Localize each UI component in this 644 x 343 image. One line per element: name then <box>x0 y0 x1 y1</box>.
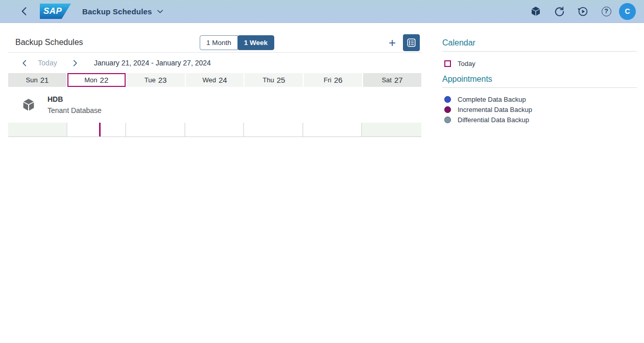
day-number: 22 <box>100 76 109 84</box>
database-product-icon <box>22 98 35 111</box>
legend-item-incremental-backup: Incremental Data Backup <box>442 104 637 115</box>
legend-label: Incremental Data Backup <box>458 106 532 113</box>
calendar-legend-heading: Calendar <box>442 38 637 52</box>
calendar-toolbar: Backup Schedules 1 Month 1 Week + <box>8 23 421 53</box>
appointments-legend-list: Complete Data Backup Incremental Data Ba… <box>442 94 637 125</box>
day-number: 25 <box>277 76 285 84</box>
day-cell-wed[interactable] <box>185 123 245 136</box>
resource-subtitle: Tenant Database <box>47 106 102 115</box>
app-title: Backup Schedules <box>82 7 152 16</box>
legend-item-complete-backup: Complete Data Backup <box>442 94 637 104</box>
day-name: Mon <box>84 76 97 84</box>
appointments-legend-heading: Appointments <box>442 75 637 88</box>
help-glyph: ? <box>604 8 608 15</box>
next-week-button[interactable] <box>67 56 82 70</box>
legend-dot-complete <box>444 96 451 103</box>
legend-item-today[interactable]: Today <box>442 57 637 70</box>
sap-logo-text: SAP <box>40 6 62 16</box>
week-day-header: Sun 21 Mon 22 Tue 23 Wed 24 Thu 25 Fri 2… <box>8 73 421 87</box>
day-cell-fri[interactable] <box>303 123 363 136</box>
user-avatar[interactable]: C <box>619 3 636 20</box>
day-header-tue[interactable]: Tue 23 <box>127 73 185 87</box>
legend-dot-differential <box>444 117 451 123</box>
page-title: Backup Schedules <box>15 38 83 47</box>
chevron-left-icon <box>19 6 30 16</box>
day-header-sun[interactable]: Sun 21 <box>8 73 66 87</box>
replay-icon <box>578 6 588 17</box>
legend-label: Differential Data Backup <box>458 116 529 124</box>
help-icon: ? <box>602 7 611 16</box>
today-legend-label: Today <box>458 60 475 67</box>
legend-label: Complete Data Backup <box>458 96 526 103</box>
help-button[interactable]: ? <box>601 6 612 17</box>
day-number: 26 <box>334 76 343 84</box>
day-number: 24 <box>219 76 227 84</box>
chevron-right-icon <box>71 59 79 67</box>
day-number: 23 <box>158 76 167 84</box>
day-cell-mon[interactable] <box>67 123 127 136</box>
legend-item-differential-backup: Differential Data Backup <box>442 115 637 125</box>
app-title-menu[interactable]: Backup Schedules <box>82 7 163 16</box>
calendar-navigation: Today January 21, 2024 - January 27, 202… <box>8 53 421 73</box>
day-header-thu[interactable]: Thu 25 <box>245 73 303 87</box>
day-header-mon[interactable]: Mon 22 <box>67 73 126 87</box>
current-time-indicator <box>99 123 101 136</box>
replay-button[interactable] <box>577 6 588 17</box>
day-header-sat[interactable]: Sat 27 <box>363 73 421 87</box>
day-name: Sat <box>381 76 392 84</box>
day-cell-tue[interactable] <box>126 123 185 136</box>
chevron-left-icon <box>21 59 29 67</box>
view-1-week-button[interactable]: 1 Week <box>237 35 274 50</box>
legend-dot-incremental <box>444 106 451 113</box>
resource-texts: HDB Tenant Database <box>47 95 102 115</box>
today-button[interactable]: Today <box>32 59 63 67</box>
show-legend-button[interactable] <box>403 34 420 51</box>
day-number: 27 <box>394 76 403 84</box>
planning-calendar: Backup Schedules 1 Month 1 Week + <box>8 23 421 137</box>
shell-bar: SAP Backup Schedules <box>0 0 644 23</box>
view-switch: 1 Month 1 Week <box>200 35 274 50</box>
product-cube-icon <box>531 6 541 16</box>
view-1-month-button[interactable]: 1 Month <box>200 35 238 50</box>
day-cell-thu[interactable] <box>244 123 303 136</box>
legend-icon <box>407 38 416 47</box>
legend-panel: Calendar Today Appointments Complete Dat… <box>442 23 637 125</box>
resource-row-header: HDB Tenant Database <box>8 87 421 123</box>
day-name: Thu <box>263 76 274 84</box>
sap-logo[interactable]: SAP <box>40 4 71 19</box>
day-name: Sun <box>26 76 38 84</box>
day-name: Fri <box>324 76 331 84</box>
day-cell-sat[interactable] <box>362 123 421 136</box>
day-header-fri[interactable]: Fri 26 <box>304 73 362 87</box>
date-range-label: January 21, 2024 - January 27, 2024 <box>94 59 211 67</box>
day-header-wed[interactable]: Wed 24 <box>186 73 244 87</box>
day-cell-sun[interactable] <box>8 123 67 136</box>
product-switch-button[interactable] <box>530 6 541 17</box>
chevron-down-icon <box>157 8 163 15</box>
refresh-button[interactable] <box>554 6 565 17</box>
day-name: Tue <box>145 76 156 84</box>
today-legend-swatch <box>444 60 451 67</box>
refresh-icon <box>554 6 565 17</box>
resource-title: HDB <box>47 95 102 103</box>
back-button[interactable] <box>18 5 31 17</box>
previous-week-button[interactable] <box>17 56 32 70</box>
shell-icons: ? <box>530 6 612 17</box>
add-icon: + <box>389 37 396 49</box>
add-button[interactable]: + <box>385 35 400 50</box>
day-name: Wed <box>202 76 216 84</box>
appointments-row <box>8 123 421 137</box>
day-number: 21 <box>40 76 49 84</box>
